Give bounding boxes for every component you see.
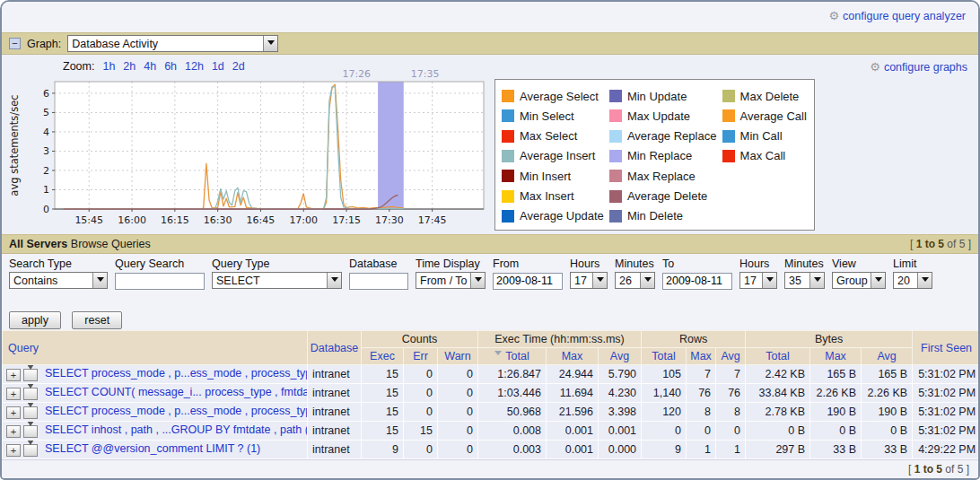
column-group-rows: Rows <box>642 331 746 348</box>
bytes-max-cell: 2.26 KB <box>810 384 862 403</box>
column-header-rows-total[interactable]: Total <box>642 348 687 365</box>
svg-text:15:45: 15:45 <box>74 214 103 226</box>
filter-database-label: Database <box>349 257 408 270</box>
column-header-exec[interactable]: Exec <box>362 348 404 365</box>
search-type-select[interactable]: Contains <box>9 272 108 289</box>
query-type-select[interactable]: SELECT <box>212 272 342 289</box>
bytes-max-cell: 165 B <box>810 365 862 384</box>
rows-total-cell: 0 <box>642 422 687 441</box>
column-header-bytes-max[interactable]: Max <box>810 348 862 365</box>
rows-max-cell: 8 <box>687 403 716 422</box>
to-date-input[interactable] <box>662 273 732 290</box>
activity-chart-svg: 012345615:4516:0016:1516:3016:4517:0017:… <box>7 69 492 229</box>
legend-item-max-select: Max Select <box>502 127 606 146</box>
column-header-database[interactable]: Database <box>308 331 362 365</box>
exec-total-cell: 0.008 <box>478 422 547 441</box>
exec-cell: 9 <box>362 441 404 459</box>
to-hours-select[interactable]: 17 <box>739 272 777 289</box>
svg-text:avg statements/sec: avg statements/sec <box>8 94 21 196</box>
from-date-input[interactable] <box>493 273 563 290</box>
legend-label: Average Delete <box>627 189 707 203</box>
exec-cell: 15 <box>362 365 404 384</box>
filter-query-type: Query TypeSELECT <box>212 257 342 289</box>
from-hours-select[interactable]: 17 <box>570 272 608 289</box>
limit-select[interactable]: 20 <box>893 272 932 289</box>
average-select-swatch <box>502 90 514 102</box>
graph-label: Graph: <box>27 38 61 50</box>
query-cell: +SELECT process_mode , p...ess_mode , pr… <box>3 403 308 422</box>
configure-query-analyzer-link[interactable]: ⚙ configure query analyzer <box>828 9 966 22</box>
graph-select[interactable]: Database Activity <box>67 35 278 52</box>
expand-row-button[interactable]: + <box>6 444 21 457</box>
apply-button[interactable]: apply <box>9 311 61 329</box>
graph-select-value: Database Activity <box>68 36 263 51</box>
configure-graphs-link[interactable]: ⚙ configure graphs <box>870 60 967 74</box>
average-insert-swatch <box>502 150 514 162</box>
column-header-exec-max[interactable]: Max <box>547 348 599 365</box>
svg-text:3: 3 <box>43 145 49 157</box>
dropdown-arrow-icon <box>263 36 277 51</box>
column-header-bytes-total[interactable]: Total <box>746 348 810 365</box>
filter-from-minutes-label: Minutes <box>615 257 655 270</box>
legend-item-min-update: Min Update <box>609 86 719 106</box>
warn-cell: 0 <box>438 403 478 422</box>
query-link[interactable]: SELECT @@version_comment LIMIT ? (1) <box>45 442 260 455</box>
query-link[interactable]: SELECT process_mode , p...ess_mode , pro… <box>45 405 308 417</box>
query-link[interactable]: SELECT inhost , path , ...GROUP BY fmtda… <box>45 423 308 436</box>
legend-item-average-update: Average Update <box>502 206 606 226</box>
column-header-rows-avg[interactable]: Avg <box>716 348 746 365</box>
from-minutes-select[interactable]: 26 <box>615 272 655 289</box>
column-header-warn[interactable]: Warn <box>438 348 478 365</box>
reset-button[interactable]: reset <box>72 311 122 329</box>
expand-row-button[interactable]: + <box>6 369 21 381</box>
row-menu-button[interactable] <box>23 444 38 457</box>
legend-item-max-delete: Max Delete <box>722 86 809 106</box>
min-select-swatch <box>502 109 514 122</box>
result-range-footer: [ 1 to 5 of 5 ] <box>908 463 969 476</box>
legend-item-max-replace: Max Replace <box>609 166 719 186</box>
max-insert-swatch <box>502 190 514 203</box>
rows-total-cell: 120 <box>642 403 687 422</box>
column-header-bytes-avg[interactable]: Avg <box>862 348 913 365</box>
dropdown-arrow-icon <box>809 273 824 288</box>
filter-from-hours-label: Hours <box>570 257 608 270</box>
average-replace-swatch <box>609 130 622 143</box>
query-search-input[interactable] <box>115 273 205 290</box>
legend-item-max-call: Max Call <box>722 146 809 166</box>
query-link[interactable]: SELECT COUNT( message_i... process_type … <box>45 386 308 398</box>
svg-text:17:30: 17:30 <box>375 214 404 226</box>
column-header-rows-max[interactable]: Max <box>687 348 716 365</box>
to-minutes-select[interactable]: 35 <box>784 272 825 289</box>
column-header-exec-total[interactable]: Total <box>478 348 547 365</box>
first-seen-cell: 5:31:02 PM <box>913 403 980 422</box>
view-select[interactable]: Group <box>832 272 886 289</box>
legend-label: Max Update <box>627 109 690 123</box>
row-menu-button[interactable] <box>23 388 38 400</box>
row-menu-button[interactable] <box>23 406 38 419</box>
row-menu-button[interactable] <box>23 425 38 438</box>
filter-query-type-label: Query Type <box>212 257 342 270</box>
row-menu-button[interactable] <box>23 369 38 381</box>
top-bar: ⚙ configure query analyzer <box>2 2 978 32</box>
table-row: +SELECT @@version_comment LIMIT ? (1)int… <box>3 441 980 459</box>
legend-label: Average Select <box>520 90 599 103</box>
column-header-query[interactable]: Query <box>3 331 308 365</box>
column-header-exec-avg[interactable]: Avg <box>599 348 642 365</box>
collapse-graph-button[interactable]: − <box>9 38 21 49</box>
filter-to-date: To <box>662 257 732 290</box>
average-update-swatch <box>502 210 514 223</box>
filter-time-display: Time DisplayFrom / To <box>416 257 486 289</box>
column-header-first-seen[interactable]: First Seen <box>913 331 980 365</box>
filter-query-search-label: Query Search <box>115 257 205 270</box>
expand-row-button[interactable]: + <box>6 388 21 400</box>
bytes-avg-cell: 0 B <box>862 422 913 441</box>
query-link[interactable]: SELECT process_mode , p...ess_mode , pro… <box>45 367 308 380</box>
warn-cell: 0 <box>438 365 478 384</box>
min-update-swatch <box>609 90 622 102</box>
err-cell: 15 <box>404 422 438 441</box>
column-header-err[interactable]: Err <box>404 348 438 365</box>
expand-row-button[interactable]: + <box>6 425 21 438</box>
expand-row-button[interactable]: + <box>6 406 21 419</box>
time-display-select[interactable]: From / To <box>416 272 486 289</box>
database-input[interactable] <box>349 273 408 290</box>
